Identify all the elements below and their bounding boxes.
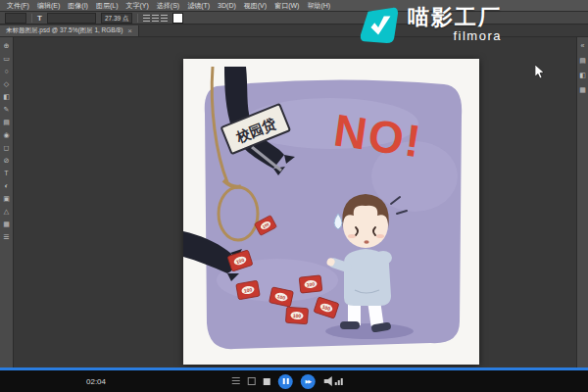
menu-item[interactable]: 窗口(W) [274,1,299,11]
stamp-tool-icon[interactable]: ◻ [1,142,13,154]
text-color-swatch[interactable] [172,13,183,24]
color-panel-icon[interactable]: ▤ [578,56,588,66]
tools-panel: ⊕▭○◇◧✎▤◉◻⊘T◐▣△▦☰ [0,37,14,368]
menu-item[interactable]: 3D(D) [218,2,236,9]
svg-text:100: 100 [307,281,316,288]
fast-forward-icon: ▶▶ [305,379,311,384]
close-icon[interactable]: × [127,27,132,35]
lasso-tool-icon[interactable]: ○ [1,66,13,77]
align-center-icon[interactable] [152,15,159,22]
menu-item[interactable]: 文件(F) [7,1,29,11]
hand-tool-icon[interactable]: ▦ [1,219,13,230]
tool-preset-box[interactable] [5,13,26,24]
text-tool-icon[interactable]: T [1,168,13,179]
right-panel-strip: «▤◧▦ [576,37,588,368]
watermark-title: 喵影工厂 [408,5,502,29]
align-left-icon[interactable] [143,15,150,22]
marker-icon[interactable] [232,377,240,385]
font-family-select[interactable] [47,13,96,24]
options-separator [137,14,138,23]
watermark-text: 喵影工厂 filmora [408,5,502,44]
next-button[interactable]: ▶▶ [301,374,316,389]
playback-time: 02:04 [86,377,106,386]
menu-item[interactable]: 图像(I) [68,1,88,11]
menu-item[interactable]: 编辑(E) [37,1,60,11]
crop-tool-icon[interactable]: ◧ [1,91,13,103]
watermark-subtitle: filmora [453,29,502,43]
svg-text:100: 100 [293,313,302,319]
pause-button[interactable] [278,374,293,389]
collapse-panels-icon[interactable]: « [578,41,588,51]
menu-item[interactable]: 选择(S) [157,1,179,11]
pause-bar-icon [286,378,288,384]
menu-item[interactable]: 滤镜(T) [187,1,210,11]
menu-item[interactable]: 视图(V) [244,1,267,11]
layers-panel-icon[interactable]: ▦ [578,85,588,95]
options-separator [31,14,32,23]
volume-icon[interactable] [323,375,345,387]
menu-item[interactable]: 文字(Y) [125,1,148,11]
align-right-icon[interactable] [161,15,168,22]
text-tool-options-icon: T [37,14,42,23]
healing-tool-icon[interactable]: ▤ [1,117,13,128]
stop-button[interactable] [264,378,270,385]
filmora-logo-icon [360,5,399,46]
document-tab[interactable]: 未标题图层.psd @ 37.5%(图层 1, RGB/8) × [0,25,139,36]
move-tool-icon[interactable]: ⊕ [1,40,13,52]
player-bar: 02:04 ▶▶ [0,370,588,392]
shape-tool-icon[interactable]: ▣ [1,193,13,205]
filmora-watermark: 喵影工厂 filmora [360,5,502,46]
brush-tool-icon[interactable]: ◉ [1,129,13,141]
text-align-buttons [143,15,168,22]
document-tab-title: 未标题图层.psd @ 37.5%(图层 1, RGB/8) [6,26,122,35]
wand-tool-icon[interactable]: ◇ [1,78,13,90]
pen-tool-icon[interactable]: △ [1,206,13,218]
font-size-select[interactable]: 27.39 点 [101,13,133,24]
player-controls: ▶▶ [232,370,345,392]
adjustments-panel-icon[interactable]: ◧ [578,71,588,80]
zoom-tool-icon[interactable]: ☰ [1,231,13,243]
marquee-tool-icon[interactable]: ▭ [1,53,13,65]
document[interactable]: NO! 校园贷 [183,59,479,365]
menu-item[interactable]: 帮助(H) [307,1,330,11]
screen: 文件(F)编辑(E)图像(I)图层(L)文字(Y)选择(S)滤镜(T)3D(D)… [0,0,588,392]
menu-item[interactable]: 图层(L) [96,1,119,11]
illustration: NO! 校园贷 [183,59,479,365]
snapshot-icon[interactable] [248,377,256,385]
mouse-cursor [535,65,545,79]
gradient-tool-icon[interactable]: ◐ [1,180,13,192]
eraser-tool-icon[interactable]: ⊘ [1,155,13,167]
pause-bar-icon [282,378,284,384]
canvas-area[interactable]: NO! 校园贷 [13,37,577,368]
eyedropper-tool-icon[interactable]: ✎ [1,104,13,116]
